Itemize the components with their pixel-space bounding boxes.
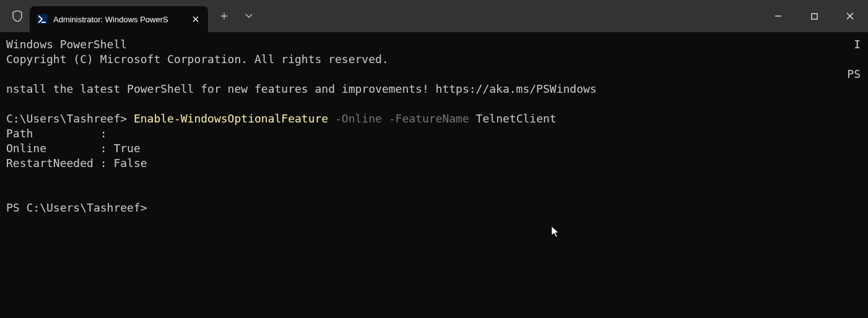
minimize-button[interactable] [760,0,796,32]
active-tab[interactable]: Administrator: Windows PowerS [30,6,208,32]
tab-close-button[interactable] [189,13,202,25]
mouse-cursor-icon [551,226,560,238]
output-line: nstall the latest PowerShell for new fea… [6,82,597,95]
output-line: RestartNeeded : False [6,157,147,170]
maximize-button[interactable] [796,0,832,32]
wrapped-text-fragments: I PS [847,37,861,82]
titlebar: Administrator: Windows PowerS [0,0,868,32]
output-line: Online : True [6,142,141,155]
window-controls [760,0,868,32]
output-line: Path : [6,127,107,140]
tab-dropdown-button[interactable] [238,5,260,27]
close-window-button[interactable] [832,0,868,32]
output-line: Copyright (C) Microsoft Corporation. All… [6,53,389,66]
tab-actions [213,5,260,27]
cmdlet: Enable-WindowsOptionalFeature [134,112,328,125]
cmd-arg: TelnetClient [469,112,557,125]
terminal-output[interactable]: Windows PowerShell Copyright (C) Microso… [0,32,868,221]
shield-icon [11,10,24,22]
tab-title: Administrator: Windows PowerS [53,15,189,24]
prompt: C:\Users\Tashreef> [6,112,134,125]
svg-rect-0 [812,14,817,19]
cmd-param: -FeatureName [382,112,469,125]
new-tab-button[interactable] [213,5,235,27]
prompt: PS C:\Users\Tashreef> [6,201,147,214]
powershell-icon [37,14,47,24]
cmd-param: -Online [328,112,382,125]
output-line: Windows PowerShell [6,38,127,51]
